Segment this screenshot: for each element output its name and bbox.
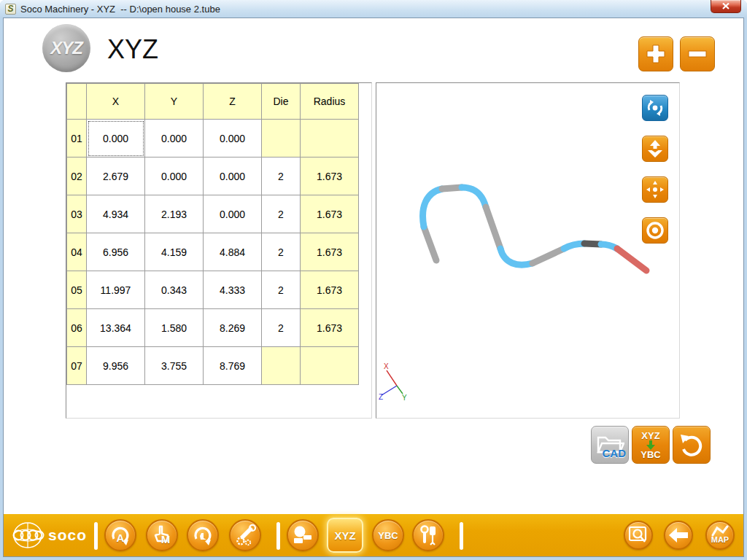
cell-z[interactable]: 4.333 <box>204 271 262 309</box>
cell-die[interactable]: 2 <box>262 158 301 195</box>
manual-mode-button[interactable]: M <box>146 519 178 551</box>
cell-die[interactable]: 2 <box>262 271 301 309</box>
add-row-button[interactable] <box>638 36 673 71</box>
table-row: 02 2.679 0.000 0.000 2 1.673 <box>67 158 359 195</box>
machine-setup-button[interactable] <box>287 519 319 551</box>
cell-z[interactable]: 4.884 <box>204 233 262 271</box>
row-number: 07 <box>67 347 87 385</box>
cell-radius[interactable]: 1.673 <box>301 195 359 233</box>
cell-x[interactable]: 2.679 <box>87 158 145 195</box>
cell-x[interactable]: 0.000 <box>87 120 145 158</box>
material-stack-icon <box>293 525 313 545</box>
table-row: 01 0.000 0.000 0.000 <box>67 120 359 158</box>
main-content: XYZ XYZ X Y Z Die Radius <box>3 18 744 557</box>
toolbar-divider <box>276 522 280 550</box>
cad-label: CAD <box>603 447 627 459</box>
table-row: 05 11.997 0.343 4.333 2 1.673 <box>67 271 359 309</box>
cell-z[interactable]: 0.000 <box>204 120 262 158</box>
tab-ybc-button[interactable]: YBC <box>372 519 404 551</box>
table-row: 06 13.364 1.580 8.269 2 1.673 <box>67 309 359 347</box>
plus-icon <box>645 43 667 65</box>
pan-view-button[interactable] <box>642 176 668 203</box>
magnifier-screen-icon <box>629 526 648 544</box>
row-number: 01 <box>67 120 87 158</box>
pan-icon <box>646 180 665 199</box>
cell-x[interactable]: 9.956 <box>87 347 145 385</box>
map-button[interactable]: MAP <box>705 521 735 550</box>
coordinates-table: X Y Z Die Radius 01 0.000 0.000 0.000 02… <box>66 83 359 385</box>
undo-button[interactable] <box>673 426 711 464</box>
cell-y[interactable]: 0.000 <box>145 120 204 158</box>
setup-tools-button[interactable] <box>229 519 261 551</box>
auto-mode-button[interactable]: A <box>104 519 136 551</box>
cycle-hand-icon <box>192 524 214 546</box>
rotate-view-button[interactable] <box>642 95 668 121</box>
cell-z[interactable]: 0.000 <box>204 195 262 233</box>
cell-y[interactable]: 1.580 <box>145 309 204 347</box>
map-label: MAP <box>707 535 733 544</box>
cell-die[interactable] <box>262 347 301 385</box>
back-button[interactable] <box>664 521 693 550</box>
cell-y[interactable]: 3.755 <box>145 347 204 385</box>
cell-radius[interactable]: 1.673 <box>301 309 359 347</box>
corner-cell <box>67 84 87 120</box>
table-header-row: X Y Z Die Radius <box>67 84 359 120</box>
close-button[interactable] <box>711 0 741 13</box>
svg-text:X: X <box>384 362 389 370</box>
column-header-y: Y <box>145 84 204 120</box>
tab-xyz-active[interactable]: XYZ <box>327 518 363 553</box>
preview-button[interactable] <box>624 521 653 550</box>
cell-x[interactable]: 11.997 <box>87 271 145 309</box>
row-number: 04 <box>67 233 87 271</box>
soco-logo[interactable]: soco <box>11 521 87 550</box>
cell-z[interactable]: 0.000 <box>204 158 262 195</box>
axis-indicator: X Z Y <box>378 362 409 401</box>
center-view-button[interactable] <box>642 217 668 244</box>
remove-row-button[interactable] <box>680 36 715 71</box>
zoom-view-button[interactable] <box>642 136 668 162</box>
cell-die[interactable]: 2 <box>262 195 301 233</box>
cell-radius[interactable] <box>301 120 359 158</box>
semi-auto-button[interactable] <box>187 519 219 551</box>
cell-radius[interactable]: 1.673 <box>301 158 359 195</box>
manual-letter: M <box>161 533 171 545</box>
cell-y[interactable]: 2.193 <box>145 195 204 233</box>
cell-x[interactable]: 13.364 <box>87 309 145 347</box>
zoom-arrows-icon <box>646 139 665 158</box>
cad-import-button[interactable]: CAD <box>591 426 629 464</box>
toolbar-divider <box>460 522 463 550</box>
target-icon <box>645 220 665 241</box>
coordinates-panel: X Y Z Die Radius 01 0.000 0.000 0.000 02… <box>66 82 372 419</box>
xyz-to-ybc-button[interactable]: XYZ YBC <box>632 426 670 464</box>
tube-tools-button[interactable] <box>412 519 444 551</box>
cell-radius[interactable] <box>301 347 359 385</box>
cell-z[interactable]: 8.269 <box>204 309 262 347</box>
cell-y[interactable]: 0.000 <box>145 158 204 195</box>
row-number: 03 <box>67 195 87 233</box>
cell-z[interactable]: 8.769 <box>204 347 262 385</box>
toolbar-divider <box>94 522 98 550</box>
cell-x[interactable]: 6.956 <box>87 233 145 271</box>
minus-icon <box>686 43 708 65</box>
row-number: 05 <box>67 271 87 309</box>
cell-radius[interactable]: 1.673 <box>301 233 359 271</box>
cell-radius[interactable]: 1.673 <box>301 271 359 309</box>
column-header-die: Die <box>262 84 301 120</box>
svg-text:Z: Z <box>379 393 383 401</box>
column-header-z: Z <box>204 84 262 120</box>
cell-y[interactable]: 0.343 <box>145 271 204 309</box>
svg-text:Y: Y <box>402 394 407 401</box>
app-window: S Soco Machinery - XYZ -- D:\open house … <box>0 0 747 560</box>
close-icon <box>722 3 729 9</box>
cell-die[interactable] <box>262 120 301 158</box>
cell-x[interactable]: 4.934 <box>87 195 145 233</box>
auto-letter: A <box>117 532 125 544</box>
tube-viewer-panel[interactable]: X Z Y <box>376 82 680 419</box>
conv-xyz-label: XYZ <box>641 431 659 440</box>
cell-y[interactable]: 4.159 <box>145 233 204 271</box>
cell-die[interactable]: 2 <box>262 309 301 347</box>
column-header-x: X <box>87 84 145 120</box>
tools-icon <box>419 525 438 545</box>
cell-die[interactable]: 2 <box>262 233 301 271</box>
rotate-icon <box>646 98 665 117</box>
